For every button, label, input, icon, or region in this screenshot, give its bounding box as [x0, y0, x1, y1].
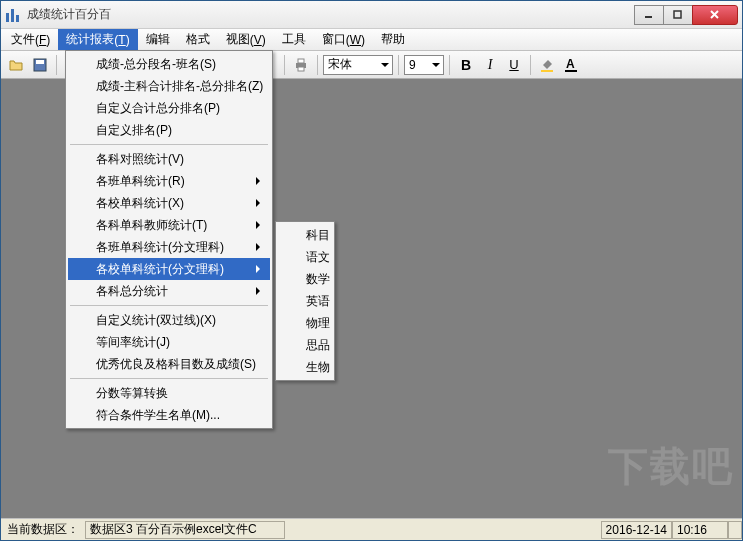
dropdown-item[interactable]: 各科对照统计(V)	[68, 148, 270, 170]
menu-separator	[70, 305, 268, 306]
dropdown-item[interactable]: 各科单科教师统计(T)	[68, 214, 270, 236]
statusbar: 当前数据区： 数据区3 百分百示例excel文件C 2016-12-14 10:…	[1, 518, 742, 540]
app-icon	[5, 7, 21, 23]
separator	[449, 55, 450, 75]
svg-rect-2	[16, 15, 19, 22]
separator	[398, 55, 399, 75]
svg-rect-1	[11, 9, 14, 22]
font-size-select[interactable]: 9	[404, 55, 444, 75]
dropdown-item[interactable]: 各班单科统计(R)	[68, 170, 270, 192]
italic-icon[interactable]: I	[479, 54, 501, 76]
menu-reports[interactable]: 统计报表(T)	[58, 29, 137, 50]
svg-rect-0	[6, 13, 9, 22]
titlebar[interactable]: 成绩统计百分百	[1, 1, 742, 29]
subject-submenu: 科目语文数学英语物理思品生物	[275, 221, 335, 381]
svg-text:A: A	[566, 57, 575, 71]
status-grip[interactable]	[728, 521, 742, 539]
open-icon[interactable]	[5, 54, 27, 76]
menu-view[interactable]: 视图(V)	[218, 29, 274, 50]
menubar: 文件(F) 统计报表(T) 编辑 格式 视图(V) 工具 窗口(W) 帮助	[1, 29, 742, 51]
menu-edit[interactable]: 编辑	[138, 29, 178, 50]
menu-separator	[70, 144, 268, 145]
svg-rect-4	[674, 11, 681, 18]
dropdown-item[interactable]: 各校单科统计(分文理科)	[68, 258, 270, 280]
separator	[284, 55, 285, 75]
dropdown-item[interactable]: 优秀优良及格科目数及成绩(S)	[68, 353, 270, 375]
submenu-item[interactable]: 思品	[278, 334, 332, 356]
dropdown-item[interactable]: 成绩-总分段名-班名(S)	[68, 53, 270, 75]
status-dataset: 数据区3 百分百示例excel文件C	[85, 521, 285, 539]
dropdown-item[interactable]: 自定义合计总分排名(P)	[68, 97, 270, 119]
status-label: 当前数据区：	[1, 521, 85, 538]
submenu-item[interactable]: 物理	[278, 312, 332, 334]
separator	[317, 55, 318, 75]
svg-rect-22	[298, 67, 304, 71]
bold-icon[interactable]: B	[455, 54, 477, 76]
dropdown-item[interactable]: 成绩-主科合计排名-总分排名(Z)	[68, 75, 270, 97]
dropdown-item[interactable]: 各科总分统计	[68, 280, 270, 302]
font-color-icon[interactable]: A	[560, 54, 582, 76]
svg-rect-8	[36, 60, 44, 64]
maximize-button[interactable]	[663, 5, 693, 25]
dropdown-item[interactable]: 分数等算转换	[68, 382, 270, 404]
underline-icon[interactable]: U	[503, 54, 525, 76]
close-button[interactable]	[692, 5, 738, 25]
dropdown-item[interactable]: 各校单科统计(X)	[68, 192, 270, 214]
menu-tools[interactable]: 工具	[274, 29, 314, 50]
submenu-item[interactable]: 科目	[278, 224, 332, 246]
submenu-item[interactable]: 生物	[278, 356, 332, 378]
menu-window[interactable]: 窗口(W)	[314, 29, 373, 50]
watermark: 下载吧	[608, 439, 734, 494]
print-icon[interactable]	[290, 54, 312, 76]
separator	[56, 55, 57, 75]
reports-dropdown: 成绩-总分段名-班名(S)成绩-主科合计排名-总分排名(Z)自定义合计总分排名(…	[65, 50, 273, 429]
submenu-item[interactable]: 语文	[278, 246, 332, 268]
minimize-button[interactable]	[634, 5, 664, 25]
window-title: 成绩统计百分百	[27, 6, 635, 23]
svg-rect-23	[541, 70, 553, 72]
svg-rect-25	[565, 70, 577, 72]
submenu-item[interactable]: 数学	[278, 268, 332, 290]
separator	[530, 55, 531, 75]
menu-file[interactable]: 文件(F)	[3, 29, 58, 50]
dropdown-item[interactable]: 各班单科统计(分文理科)	[68, 236, 270, 258]
save-icon[interactable]	[29, 54, 51, 76]
window-buttons	[635, 5, 738, 25]
menu-separator	[70, 378, 268, 379]
menu-format[interactable]: 格式	[178, 29, 218, 50]
status-date: 2016-12-14	[601, 521, 672, 539]
font-name-select[interactable]: 宋体	[323, 55, 393, 75]
status-time: 10:16	[672, 521, 728, 539]
menu-help[interactable]: 帮助	[373, 29, 413, 50]
dropdown-item[interactable]: 符合条件学生名单(M)...	[68, 404, 270, 426]
svg-rect-21	[298, 59, 304, 63]
dropdown-item[interactable]: 等间率统计(J)	[68, 331, 270, 353]
dropdown-item[interactable]: 自定义排名(P)	[68, 119, 270, 141]
submenu-item[interactable]: 英语	[278, 290, 332, 312]
fill-color-icon[interactable]	[536, 54, 558, 76]
dropdown-item[interactable]: 自定义统计(双过线)(X)	[68, 309, 270, 331]
